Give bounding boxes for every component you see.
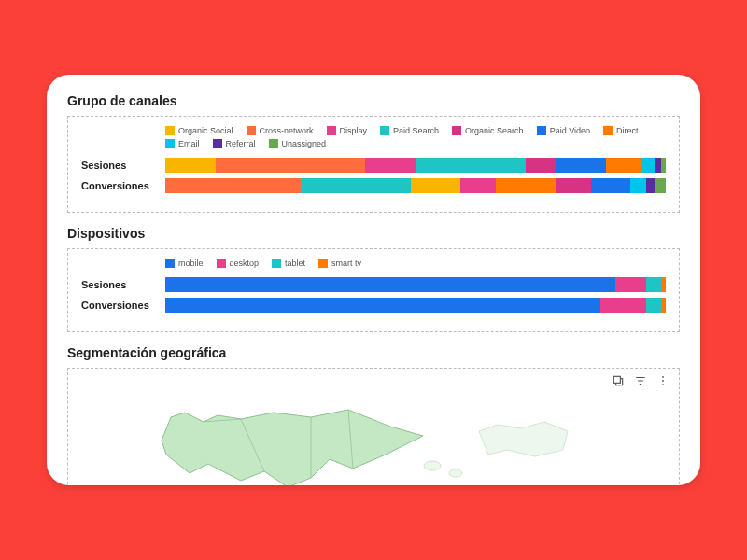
row-label-sessions: Sesiones bbox=[81, 160, 165, 171]
segment-direct[interactable] bbox=[496, 178, 556, 193]
segment-referral[interactable] bbox=[646, 178, 656, 193]
more-icon[interactable] bbox=[656, 374, 669, 387]
legend-label: Display bbox=[340, 126, 368, 135]
segment-tablet[interactable] bbox=[646, 277, 661, 292]
swatch-referral bbox=[213, 139, 222, 148]
svg-rect-0 bbox=[613, 376, 620, 383]
filter-icon[interactable] bbox=[634, 374, 647, 387]
swatch-email bbox=[165, 139, 175, 148]
segment-paid_video[interactable] bbox=[556, 158, 606, 173]
legend-item-display[interactable]: Display bbox=[327, 126, 368, 135]
svg-point-5 bbox=[662, 380, 664, 382]
legend-label: Referral bbox=[226, 139, 256, 148]
segment-paid_search[interactable] bbox=[301, 178, 411, 193]
legend-item-smart_tv[interactable]: smart tv bbox=[318, 259, 361, 268]
legend-label: Paid Search bbox=[393, 126, 439, 135]
channels-bar-conversions bbox=[165, 178, 666, 193]
svg-point-8 bbox=[449, 469, 462, 477]
legend-item-email[interactable]: Email bbox=[165, 139, 200, 148]
channels-bar-sessions bbox=[165, 158, 666, 173]
segment-direct[interactable] bbox=[606, 158, 641, 173]
section-title-channels: Grupo de canales bbox=[67, 93, 680, 108]
legend-item-unassigned[interactable]: Unassigned bbox=[269, 139, 327, 148]
segment-smart_tv[interactable] bbox=[661, 277, 666, 292]
swatch-tablet bbox=[272, 259, 281, 268]
legend-label: Cross-network bbox=[260, 126, 314, 135]
segment-unassigned[interactable] bbox=[655, 178, 666, 193]
geo-toolbar bbox=[612, 374, 669, 387]
svg-point-6 bbox=[662, 384, 664, 385]
row-label-conversions: Conversiones bbox=[81, 180, 165, 191]
legend-item-cross_network[interactable]: Cross-network bbox=[247, 126, 314, 135]
devices-panel: mobiledesktoptabletsmart tv Sesiones Con… bbox=[67, 248, 680, 332]
legend-label: Organic Search bbox=[465, 126, 524, 135]
swatch-paid_search bbox=[380, 126, 389, 135]
svg-point-7 bbox=[424, 461, 441, 470]
devices-legend: mobiledesktoptabletsmart tv bbox=[165, 259, 666, 268]
legend-label: mobile bbox=[178, 259, 204, 268]
segment-email[interactable] bbox=[630, 178, 645, 193]
section-title-geo: Segmentación geográfica bbox=[67, 345, 680, 360]
segment-organic_search[interactable] bbox=[556, 178, 591, 193]
devices-bar-conversions bbox=[165, 298, 666, 313]
legend-label: Unassigned bbox=[282, 139, 327, 148]
row-label-sessions: Sesiones bbox=[81, 279, 165, 290]
segment-tablet[interactable] bbox=[646, 298, 661, 313]
legend-item-organic_social[interactable]: Organic Social bbox=[165, 126, 233, 135]
legend-label: Paid Video bbox=[550, 126, 590, 135]
swatch-direct bbox=[603, 126, 613, 135]
segment-paid_search[interactable] bbox=[416, 158, 526, 173]
segment-cross_network[interactable] bbox=[216, 158, 366, 173]
segment-unassigned[interactable] bbox=[661, 158, 666, 173]
legend-item-desktop[interactable]: desktop bbox=[217, 259, 260, 268]
legend-label: Email bbox=[178, 139, 200, 148]
legend-item-mobile[interactable]: mobile bbox=[165, 259, 204, 268]
swatch-organic_social bbox=[165, 126, 175, 135]
legend-label: tablet bbox=[285, 259, 305, 268]
segment-mobile[interactable] bbox=[165, 277, 615, 292]
segment-display[interactable] bbox=[365, 158, 416, 173]
legend-label: desktop bbox=[230, 259, 260, 268]
segment-organic_social[interactable] bbox=[411, 178, 461, 193]
swatch-paid_video bbox=[537, 126, 546, 135]
geo-panel bbox=[67, 368, 680, 485]
swatch-smart_tv bbox=[318, 259, 328, 268]
swatch-unassigned bbox=[269, 139, 278, 148]
segment-desktop[interactable] bbox=[615, 277, 645, 292]
segment-email[interactable] bbox=[641, 158, 655, 173]
swatch-desktop bbox=[217, 259, 226, 268]
legend-item-paid_search[interactable]: Paid Search bbox=[380, 126, 439, 135]
channels-row-sessions: Sesiones bbox=[81, 158, 666, 173]
devices-bar-sessions bbox=[165, 277, 666, 292]
segment-cross_network[interactable] bbox=[165, 178, 301, 193]
segment-mobile[interactable] bbox=[165, 298, 600, 313]
geo-map[interactable] bbox=[152, 399, 669, 485]
segment-smart_tv[interactable] bbox=[661, 298, 666, 313]
channels-panel: Organic SocialCross-networkDisplayPaid S… bbox=[67, 116, 680, 213]
row-label-conversions: Conversiones bbox=[81, 300, 165, 311]
section-title-devices: Dispositivos bbox=[67, 226, 680, 241]
channels-row-conversions: Conversiones bbox=[81, 178, 666, 193]
legend-label: Direct bbox=[616, 126, 639, 135]
legend-item-organic_search[interactable]: Organic Search bbox=[452, 126, 524, 135]
segment-organic_social[interactable] bbox=[165, 158, 216, 173]
devices-row-conversions: Conversiones bbox=[81, 298, 666, 313]
segment-organic_search[interactable] bbox=[526, 158, 556, 173]
legend-item-referral[interactable]: Referral bbox=[213, 139, 256, 148]
segment-paid_video[interactable] bbox=[591, 178, 631, 193]
legend-label: smart tv bbox=[331, 259, 361, 268]
share-icon[interactable] bbox=[612, 374, 625, 387]
swatch-organic_search bbox=[452, 126, 461, 135]
devices-row-sessions: Sesiones bbox=[81, 277, 666, 292]
swatch-cross_network bbox=[247, 126, 256, 135]
legend-item-direct[interactable]: Direct bbox=[603, 126, 639, 135]
segment-display[interactable] bbox=[460, 178, 496, 193]
legend-item-paid_video[interactable]: Paid Video bbox=[537, 126, 590, 135]
legend-label: Organic Social bbox=[178, 126, 233, 135]
legend-item-tablet[interactable]: tablet bbox=[272, 259, 305, 268]
segment-desktop[interactable] bbox=[600, 298, 645, 313]
swatch-display bbox=[327, 126, 336, 135]
swatch-mobile bbox=[165, 259, 175, 268]
channels-legend: Organic SocialCross-networkDisplayPaid S… bbox=[165, 126, 666, 148]
dashboard-card: Grupo de canales Organic SocialCross-net… bbox=[47, 75, 700, 485]
